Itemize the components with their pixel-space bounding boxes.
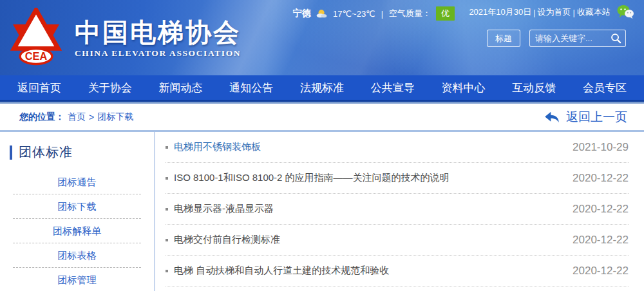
separator: | (379, 9, 385, 19)
breadcrumb-label: 您的位置： (19, 111, 64, 123)
search-icon[interactable] (611, 33, 621, 44)
nav-item[interactable]: 互动反馈 (512, 80, 556, 95)
search-input[interactable] (535, 33, 611, 43)
content-area: 团体标准 团标通告 团标下载 团标解释单 团标表格 团标管理 电梯用不锈钢装饰板 (0, 132, 644, 291)
sidebar: 团体标准 团标通告 团标下载 团标解释单 团标表格 团标管理 (0, 132, 155, 291)
sidebar-list: 团标通告 团标下载 团标解释单 团标表格 团标管理 (13, 170, 141, 291)
sidebar-item[interactable]: 团标解释单 (13, 219, 141, 243)
sidebar-item[interactable]: 团标下载 (13, 194, 141, 219)
article-link[interactable]: 电梯用不锈钢装饰板 (174, 141, 261, 153)
separator: | (571, 8, 577, 17)
main-nav: 返回首页 关于协会 新闻动态 通知公告 法规标准 公共宣导 资料中心 互动反馈 … (0, 75, 644, 102)
back-button[interactable]: 返回上一页 (544, 109, 627, 126)
weather-city: 宁德 (293, 8, 311, 19)
back-button-label: 返回上一页 (566, 109, 627, 126)
breadcrumb-bar: 您的位置： 首页 > 团标下载 返回上一页 (0, 102, 644, 132)
nav-item[interactable]: 返回首页 (17, 80, 61, 95)
nav-item[interactable]: 法规标准 (300, 80, 344, 95)
air-quality-badge: 优 (436, 6, 455, 21)
list-item: 电梯 自动扶梯和自动人行道土建的技术规范和验收 2020-12-22 (166, 256, 629, 286)
bullet-icon (166, 239, 168, 241)
nav-item[interactable]: 通知公告 (229, 80, 273, 95)
topbar-links: 2021年10月30日 | 设为首页 | 收藏本站 (469, 6, 611, 18)
logo[interactable]: CEA 中国电梯协会 CHINA ELEVATOR ASSOCIATION (6, 8, 241, 70)
add-favorite-link[interactable]: 收藏本站 (577, 6, 611, 18)
bullet-icon (166, 208, 168, 211)
article-link[interactable]: 电梯交付前自行检测标准 (174, 234, 280, 246)
article-list: 电梯用不锈钢装饰板 2021-10-29 ISO 8100-1和ISO 8100… (155, 132, 644, 291)
nav-item[interactable]: 公共宣导 (371, 80, 415, 95)
nav-item[interactable]: 会员专区 (583, 80, 627, 95)
nav-item[interactable]: 新闻动态 (158, 80, 202, 95)
article-date: 2020-12-22 (573, 203, 629, 216)
nav-item[interactable]: 关于协会 (88, 80, 132, 95)
temperature-range: 17℃~23℃ (333, 9, 375, 19)
sidebar-title: 团体标准 (19, 144, 73, 161)
svg-text:CEA: CEA (25, 50, 48, 62)
site-title: 中国电梯协会 (75, 19, 241, 46)
sidebar-header: 团体标准 (0, 144, 154, 161)
site-header: CEA 中国电梯协会 CHINA ELEVATOR ASSOCIATION 宁德… (0, 0, 644, 75)
breadcrumb-separator: > (89, 112, 94, 122)
bullet-icon (166, 146, 168, 149)
search-category-button[interactable]: 标题 (487, 30, 520, 47)
separator: | (531, 8, 537, 17)
back-arrow-icon (544, 111, 560, 124)
cea-star-logo-icon: CEA (6, 8, 66, 70)
breadcrumb-home-link[interactable]: 首页 (68, 111, 86, 123)
list-item: 电梯显示器-液晶显示器 2020-12-22 (166, 194, 629, 225)
set-homepage-link[interactable]: 设为首页 (538, 6, 571, 18)
wechat-icon[interactable] (616, 4, 635, 23)
article-date: 2020-12-22 (573, 172, 629, 185)
current-date: 2021年10月30日 (469, 6, 531, 18)
site-subtitle: CHINA ELEVATOR ASSOCIATION (75, 48, 241, 59)
nav-item[interactable]: 资料中心 (441, 80, 485, 95)
breadcrumb: 您的位置： 首页 > 团标下载 (19, 111, 133, 123)
weather-widget: 宁德 17℃~23℃ | 空气质量： 优 (293, 6, 455, 21)
list-item: 电梯交付前自行检测标准 2020-12-22 (166, 225, 629, 256)
sun-cloud-icon (315, 8, 329, 19)
article-date: 2020-12-22 (573, 234, 629, 247)
sidebar-item[interactable]: 团标管理 (13, 268, 141, 291)
list-item: 电梯用不锈钢装饰板 2021-10-29 (166, 132, 629, 163)
bullet-icon (166, 270, 168, 272)
breadcrumb-current-link[interactable]: 团标下载 (97, 111, 133, 123)
article-link[interactable]: 电梯 自动扶梯和自动人行道土建的技术规范和验收 (174, 265, 389, 277)
bullet-icon (166, 177, 168, 180)
search-box (529, 30, 626, 47)
sidebar-item[interactable]: 团标通告 (13, 170, 141, 194)
article-link[interactable]: 电梯显示器-液晶显示器 (174, 203, 274, 215)
air-quality-label: 空气质量： (389, 8, 431, 19)
article-link[interactable]: ISO 8100-1和ISO 8100-2 的应用指南——关注问题的技术的说明 (174, 172, 450, 184)
accent-bar (10, 146, 12, 160)
list-item: ISO 8100-1和ISO 8100-2 的应用指南——关注问题的技术的说明 … (166, 163, 629, 194)
article-date: 2021-10-29 (573, 141, 629, 154)
article-date: 2020-12-22 (573, 265, 629, 277)
sidebar-item[interactable]: 团标表格 (13, 243, 141, 268)
search-area: 标题 (487, 30, 626, 47)
